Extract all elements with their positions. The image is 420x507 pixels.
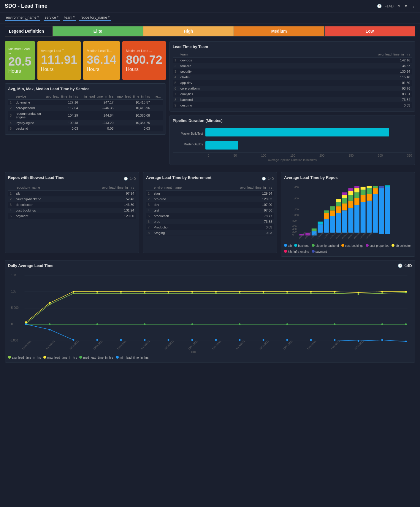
table-row: 5backend0.030.030.03 <box>8 126 163 131</box>
svg-point-126 <box>144 339 146 341</box>
svg-point-122 <box>49 329 51 330</box>
svg-point-105 <box>286 293 288 294</box>
col-env: environment_name <box>152 185 209 191</box>
svg-text:15k: 15k <box>11 274 16 277</box>
svg-point-106 <box>310 293 312 294</box>
table-row: 5app-dev101.30 <box>173 80 412 86</box>
team-table: team avg_lead_time_in_hrs 1dev-ops142.16… <box>173 51 412 108</box>
svg-point-131 <box>263 339 264 341</box>
svg-text:10k: 10k <box>11 290 16 293</box>
kpi-average: Average Lead T... 111.91 Hours <box>37 41 81 80</box>
header-controls: 🕐 -14D ↻ ▼ ⋮ <box>377 4 415 8</box>
legend-db-collector: db-collector <box>395 244 411 247</box>
col-repo: repository_name <box>14 185 69 191</box>
repos-stacked-title: Average Lead Time by Repos <box>284 175 412 180</box>
kpi-minimum-label: Minimum Lead ... <box>8 47 31 54</box>
svg-point-125 <box>120 339 122 341</box>
clock-icon: 🕐 <box>377 4 382 8</box>
svg-point-127 <box>168 339 169 341</box>
svg-text:10/19/2021: 10/19/2021 <box>22 340 32 350</box>
svg-point-80 <box>96 291 98 293</box>
kpi-maximum-value: 800.72 <box>126 54 162 66</box>
svg-text:10/24/2021: 10/24/2021 <box>140 340 151 350</box>
time-range-label: -14D <box>385 4 394 8</box>
svg-point-124 <box>96 339 98 341</box>
svg-point-103 <box>239 293 241 294</box>
table-row: 2pre-prod128.82 <box>146 196 274 202</box>
svg-text:10/25/2021: 10/25/2021 <box>164 340 175 350</box>
service-table-panel: Avg, Min, Max, Median Lead Time by Servi… <box>5 83 166 135</box>
svg-point-81 <box>120 291 122 293</box>
team-table-panel: Lead Time by Team team avg_lead_time_in_… <box>169 41 415 112</box>
env-lead-title: Average Lead Time by Enviornment <box>146 175 211 180</box>
col-num <box>146 185 152 191</box>
svg-point-128 <box>191 339 193 341</box>
kpi-maximum-unit: Hours <box>126 67 139 72</box>
table-row: 3security130.94 <box>173 69 412 74</box>
legend-alb: alb <box>288 244 292 247</box>
env-lead-panel: Average Lead Time by Enviornment 🕐 -14D … <box>143 172 277 253</box>
pipeline-label-2: Master-Deploy <box>173 143 203 146</box>
filter-service[interactable]: service * <box>44 15 60 21</box>
svg-text:10/27/2021: 10/27/2021 <box>212 340 222 350</box>
svg-text:1,200: 1,200 <box>292 208 299 211</box>
filter-environment[interactable]: environment_name * <box>5 15 40 21</box>
more-icon[interactable]: ⋮ <box>411 4 415 8</box>
table-row: 4db-dev115.40 <box>173 74 412 80</box>
svg-point-132 <box>286 339 288 341</box>
refresh-icon[interactable]: ↻ <box>397 4 400 8</box>
svg-text:0: 0 <box>292 233 294 236</box>
daily-chart-legend: avg_lead_time_in_hrs max_lead_time_in_hr… <box>8 356 412 359</box>
col-max: max_lead_time_in_hrs <box>115 93 152 100</box>
svg-rect-27 <box>342 198 347 204</box>
legend-high: High <box>143 26 234 36</box>
svg-rect-52 <box>379 186 384 188</box>
svg-rect-54 <box>385 185 390 187</box>
svg-text:10/20/2021: 10/20/2021 <box>45 340 56 350</box>
svg-point-95 <box>49 303 51 305</box>
filter-team[interactable]: team * <box>63 15 76 21</box>
svg-point-82 <box>144 291 146 293</box>
svg-point-83 <box>168 291 169 293</box>
kpi-median: Median Lead Ti... 36.14 Hours <box>83 41 120 80</box>
table-row: 2tool-sre134.87 <box>173 63 412 69</box>
svg-point-129 <box>215 339 217 341</box>
svg-text:10/21/2021: 10/21/2021 <box>69 340 80 350</box>
svg-rect-50 <box>373 186 378 188</box>
svg-point-86 <box>239 291 241 293</box>
svg-rect-13 <box>318 224 323 233</box>
svg-point-136 <box>381 339 383 341</box>
pipeline-bar-2 <box>205 141 412 150</box>
table-row: 1stag129.34 <box>146 191 274 196</box>
pipeline-bar-1 <box>205 128 412 136</box>
svg-point-120 <box>405 323 407 325</box>
svg-text:-5,000: -5,000 <box>10 339 18 342</box>
table-row: 9qesumo0.03 <box>173 103 412 108</box>
filter-bar: environment_name * service * team * repo… <box>0 12 420 23</box>
svg-rect-17 <box>324 210 329 213</box>
pipeline-x-label: Average Pipeline Duration in minutes <box>173 158 412 162</box>
svg-text:10/31/2021: 10/31/2021 <box>307 340 317 350</box>
table-row: 4test97.50 <box>146 208 274 213</box>
svg-rect-51 <box>379 188 384 234</box>
col-team: team <box>179 51 270 58</box>
legend-medium: Medium <box>234 26 324 36</box>
kpi-minimum: Minimum Lead ... 20.5 Hours <box>5 41 35 80</box>
svg-text:1,600: 1,600 <box>292 186 299 189</box>
svg-point-119 <box>381 323 383 325</box>
filter-icon[interactable]: ▼ <box>404 4 408 8</box>
table-row: 5payment129.00 <box>8 213 136 219</box>
legend-low: Low <box>324 26 415 36</box>
kpi-median-value: 36.14 <box>87 54 116 66</box>
repos-slowest-timerange: 🕐 -14D <box>124 177 136 181</box>
svg-point-92 <box>381 291 383 293</box>
legend-med: med_lead_time_in_hrs <box>83 356 113 359</box>
service-table-title: Avg, Min, Max, Median Lead Time by Servi… <box>8 87 163 91</box>
svg-point-135 <box>358 340 359 342</box>
svg-point-85 <box>215 291 217 293</box>
svg-point-107 <box>334 293 336 294</box>
table-row: 4loyalty-egine100.48-243.2010,354.75 <box>8 120 163 126</box>
svg-point-121 <box>25 323 27 325</box>
pipeline-chart-panel: Pipeline Duration (Minutes) Master-Build… <box>169 115 415 165</box>
filter-repository[interactable]: repository_name * <box>79 15 110 21</box>
